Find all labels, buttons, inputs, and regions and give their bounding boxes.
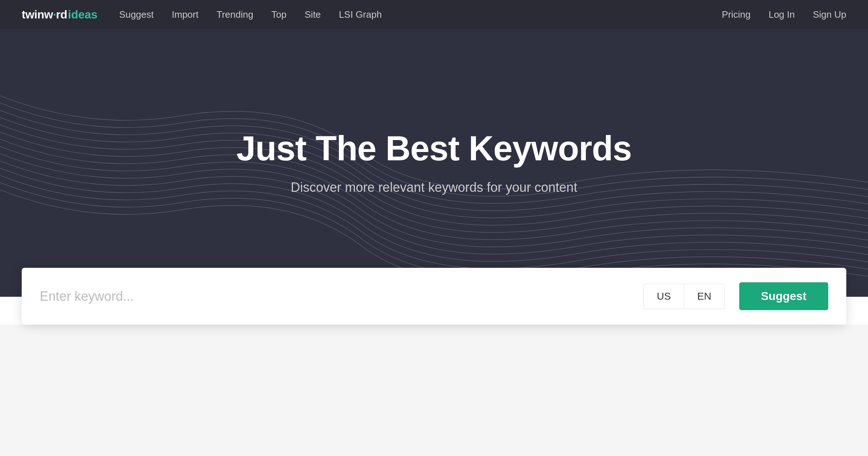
nav-link-pricing[interactable]: Pricing xyxy=(722,9,750,20)
nav-item-suggest[interactable]: Suggest xyxy=(119,9,154,20)
logo-dot: · xyxy=(53,8,56,21)
nav-link-login[interactable]: Log In xyxy=(769,9,795,20)
nav-link-trending[interactable]: Trending xyxy=(217,9,254,20)
nav-links: Suggest Import Trending Top Site LSI Gra… xyxy=(119,9,382,20)
language-selector-button[interactable]: EN xyxy=(684,284,725,309)
nav-item-trending[interactable]: Trending xyxy=(217,9,254,20)
hero-section: Just The Best Keywords Discover more rel… xyxy=(0,29,868,297)
nav-link-suggest[interactable]: Suggest xyxy=(119,9,154,20)
logo[interactable]: twinw·rd ideas xyxy=(22,8,98,21)
nav-link-lsi-graph[interactable]: LSI Graph xyxy=(339,9,382,20)
navbar-left: twinw·rd ideas Suggest Import Trending T… xyxy=(22,8,382,21)
hero-title: Just The Best Keywords xyxy=(237,129,632,168)
search-section: US EN Suggest xyxy=(22,268,846,325)
country-selector-button[interactable]: US xyxy=(643,284,684,309)
nav-item-site[interactable]: Site xyxy=(305,9,321,20)
nav-item-import[interactable]: Import xyxy=(172,9,199,20)
logo-twinword: twinw·rd xyxy=(22,8,67,21)
nav-link-site[interactable]: Site xyxy=(305,9,321,20)
navbar-right: Pricing Log In Sign Up xyxy=(722,9,846,20)
logo-ideas: ideas xyxy=(68,8,98,21)
nav-link-signup[interactable]: Sign Up xyxy=(813,9,847,20)
nav-link-top[interactable]: Top xyxy=(271,9,286,20)
nav-item-top[interactable]: Top xyxy=(271,9,286,20)
navbar: twinw·rd ideas Suggest Import Trending T… xyxy=(0,0,868,29)
search-controls: US EN xyxy=(643,284,725,309)
suggest-button[interactable]: Suggest xyxy=(739,282,828,310)
hero-subtitle: Discover more relevant keywords for your… xyxy=(237,178,632,197)
nav-link-import[interactable]: Import xyxy=(172,9,199,20)
search-input[interactable] xyxy=(40,285,636,308)
hero-content: Just The Best Keywords Discover more rel… xyxy=(222,129,646,197)
nav-item-lsi-graph[interactable]: LSI Graph xyxy=(339,9,382,20)
bottom-area xyxy=(0,325,868,456)
